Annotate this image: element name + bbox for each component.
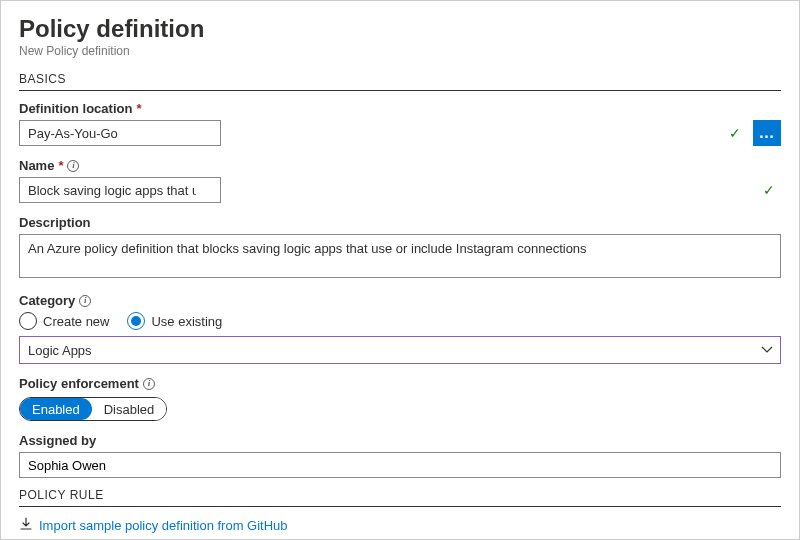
info-icon[interactable]: i (67, 160, 79, 172)
toggle-enabled[interactable]: Enabled (20, 398, 92, 420)
name-input[interactable] (19, 177, 221, 203)
category-radio-create-new[interactable]: Create new (19, 312, 109, 330)
import-sample-link[interactable]: Import sample policy definition from Git… (19, 517, 781, 534)
description-label: Description (19, 215, 91, 230)
category-select[interactable]: Logic Apps (19, 336, 781, 364)
toggle-disabled[interactable]: Disabled (92, 398, 167, 420)
page-subtitle: New Policy definition (19, 44, 781, 58)
policy-enforcement-label: Policy enforcement (19, 376, 139, 391)
required-asterisk: * (58, 158, 63, 173)
radio-label-use-existing: Use existing (151, 314, 222, 329)
info-icon[interactable]: i (79, 295, 91, 307)
category-select-value: Logic Apps (28, 343, 92, 358)
definition-location-input[interactable] (19, 120, 221, 146)
page-title: Policy definition (19, 15, 781, 43)
info-icon[interactable]: i (143, 378, 155, 390)
definition-location-label: Definition location (19, 101, 132, 116)
checkmark-icon: ✓ (763, 182, 775, 198)
section-policy-rule-header: POLICY RULE (19, 488, 781, 507)
category-radio-use-existing[interactable]: Use existing (127, 312, 222, 330)
assigned-by-label: Assigned by (19, 433, 96, 448)
radio-label-create-new: Create new (43, 314, 109, 329)
assigned-by-input[interactable] (19, 452, 781, 478)
download-icon (19, 517, 33, 534)
description-input[interactable] (19, 234, 781, 278)
checkmark-icon: ✓ (729, 125, 741, 141)
name-label: Name (19, 158, 54, 173)
section-basics-header: BASICS (19, 72, 781, 91)
ellipsis-icon: … (759, 124, 776, 142)
category-label: Category (19, 293, 75, 308)
policy-enforcement-toggle[interactable]: Enabled Disabled (19, 397, 167, 421)
import-link-label: Import sample policy definition from Git… (39, 518, 288, 533)
required-asterisk: * (136, 101, 141, 116)
definition-location-browse-button[interactable]: … (753, 120, 781, 146)
